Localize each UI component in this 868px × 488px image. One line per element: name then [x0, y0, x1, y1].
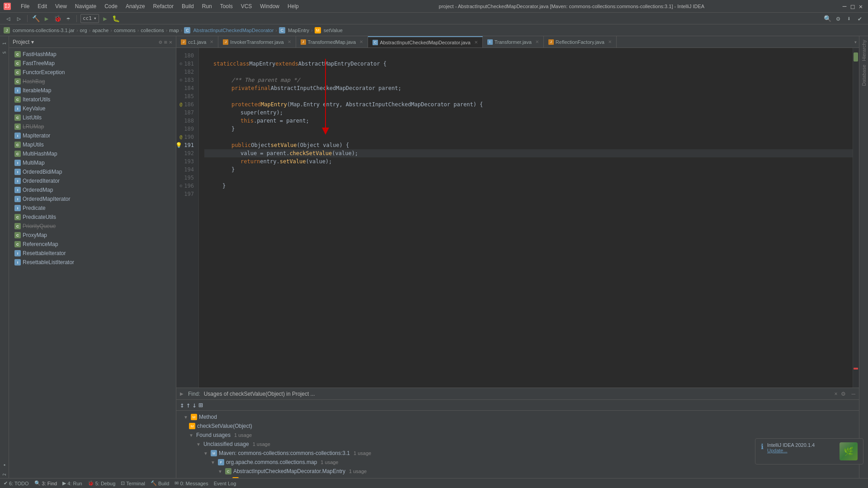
bc-map[interactable]: map [169, 28, 179, 33]
tab-close[interactable]: ✕ [288, 39, 291, 44]
toolbar-debug[interactable]: 🐞 [53, 14, 62, 23]
tree-item-multihashmap[interactable]: C MultiHashMap [9, 149, 176, 158]
bc-commons[interactable]: commons [114, 28, 136, 33]
find-group-method[interactable]: ▼ M Method [176, 412, 859, 422]
tree-item-maputils[interactable]: C MapUtils [9, 140, 176, 149]
left-icon-1[interactable]: 1 [1, 40, 8, 47]
bottom-tab-terminal[interactable]: ⊡ Terminal [121, 480, 145, 486]
toolbar-run[interactable]: ▶ [42, 14, 51, 23]
tree-item-lrumap[interactable]: C LRUMap [9, 122, 176, 131]
tree-item-priorityqueue[interactable]: C PriorityQueue [9, 222, 176, 231]
tab-abstractinput[interactable]: C AbstractInputCheckedMapDecorator.java … [368, 36, 483, 47]
find-minimize[interactable]: ─ [851, 391, 855, 397]
toolbar-debug2[interactable]: 🐛 [112, 14, 121, 23]
right-scrollbar[interactable] [853, 48, 859, 388]
bottom-tab-find[interactable]: 🔍 3: Find [34, 480, 57, 486]
tree-item-predicate[interactable]: I Predicate [9, 204, 176, 213]
notification-update-link[interactable]: Update... [767, 448, 788, 453]
scrollbar-thumb[interactable] [854, 52, 858, 62]
tree-item-mapiterator[interactable]: I MapIterator [9, 131, 176, 140]
menu-window[interactable]: Window [256, 2, 283, 10]
left-icon-2[interactable]: 2 [1, 471, 8, 478]
event-log-btn[interactable]: Event Log [214, 481, 236, 486]
find-expand-btn[interactable]: ⊞ [198, 401, 203, 409]
tree-item-keyvalue[interactable]: I KeyValue [9, 104, 176, 113]
tree-item-resettablelistiterator[interactable]: I ResettableListIterator [9, 258, 176, 267]
toolbar-coverage[interactable]: ☂ [64, 14, 73, 23]
toolbar-search[interactable]: 🔍 [823, 14, 832, 23]
menu-refactor[interactable]: Refactor [150, 2, 177, 10]
tab-close[interactable]: ✕ [359, 39, 363, 44]
bc-mapentry[interactable]: MapEntry [288, 28, 309, 33]
project-title-arrow[interactable]: ▾ [31, 39, 34, 45]
bc-method[interactable]: setValue [324, 28, 343, 33]
tab-close[interactable]: ✕ [608, 39, 612, 44]
tree-item-multimap[interactable]: I MultiMap [9, 158, 176, 167]
tree-item-predicateutils[interactable]: C PredicateUtils [9, 213, 176, 222]
tabs-nav[interactable]: ▾ [852, 36, 859, 47]
bottom-tab-run[interactable]: ▶ 4: Run [62, 480, 82, 486]
tree-item-orderedmap[interactable]: I OrderedMap [9, 185, 176, 194]
project-gear-icon[interactable]: ⚙ [159, 39, 162, 45]
bottom-tab-todo[interactable]: ✔ 6: TODO [4, 480, 29, 486]
menu-tools[interactable]: Tools [217, 2, 236, 10]
tab-transformer[interactable]: I Transformer.java ✕ [483, 36, 544, 47]
tree-item-orderediterator[interactable]: I OrderedIterator [9, 176, 176, 185]
tree-item-fasthashmap[interactable]: C FastHashMap [9, 50, 176, 59]
tree-item-orderedbidimap[interactable]: I OrderedBidiMap [9, 167, 176, 176]
menu-file[interactable]: File [17, 2, 33, 10]
toolbar-vcs-update[interactable]: ⬇ [844, 14, 854, 23]
find-item-checksv[interactable]: M checkSetValue(Object) [176, 422, 859, 431]
menu-help[interactable]: Help [284, 2, 302, 10]
menu-navigate[interactable]: Navigate [71, 2, 100, 10]
bc-collections[interactable]: collections [141, 28, 164, 33]
bottom-tab-build[interactable]: 🔨 Build [151, 480, 169, 486]
find-settings-icon[interactable]: ⚙ [841, 391, 846, 397]
tree-item-resettableiterator[interactable]: I ResettableIterator [9, 249, 176, 258]
tree-item-functorexception[interactable]: C FunctorException [9, 68, 176, 77]
find-next-btn[interactable]: ↓ [192, 401, 197, 409]
tab-transformedmap[interactable]: J TransformedMap.java ✕ [296, 36, 368, 47]
menu-edit[interactable]: Edit [34, 2, 51, 10]
tab-invokertransformer[interactable]: J InvokerTransformer.java ✕ [218, 36, 296, 47]
tree-item-referencemap[interactable]: C ReferenceMap [9, 240, 176, 249]
tree-item-orderedmapiterator[interactable]: I OrderedMapIterator [9, 194, 176, 204]
menu-run[interactable]: Run [198, 2, 216, 10]
left-icon-favorites[interactable]: ★ [1, 462, 8, 469]
menu-view[interactable]: View [52, 2, 71, 10]
tree-item-iteratorutils[interactable]: C IteratorUtils [9, 95, 176, 104]
find-pin-btn[interactable]: ↕ [180, 401, 184, 409]
tree-item-fasttreemap[interactable]: C FastTreeMap [9, 59, 176, 68]
tab-close[interactable]: ✕ [535, 39, 539, 44]
toolbar-build[interactable]: 🔨 [31, 14, 40, 23]
tree-item-listutils[interactable]: C ListUtils [9, 113, 176, 122]
find-expand-arrow[interactable]: ▶ [180, 391, 184, 396]
tab-close[interactable]: ✕ [210, 39, 213, 44]
bc-class[interactable]: AbstractInputCheckedMapDecorator [193, 28, 274, 33]
menu-analyze[interactable]: Analyze [122, 2, 149, 10]
tab-close[interactable]: ✕ [474, 40, 478, 45]
maximize-button[interactable]: □ [849, 3, 856, 10]
toolbar-back[interactable]: ◁ [4, 14, 13, 23]
bc-jar[interactable]: commons-collections-3.1.jar [13, 28, 75, 33]
find-prev-btn[interactable]: ↑ [186, 401, 191, 409]
toolbar-forward[interactable]: ▷ [14, 14, 24, 23]
bc-apache[interactable]: apache [92, 28, 108, 33]
toolbar-vcs-commit[interactable]: ✔ [855, 14, 864, 23]
toolbar-settings[interactable]: ⚙ [834, 14, 843, 23]
run-config-combo[interactable]: cc1 ▾ [80, 14, 99, 23]
tree-item-proxymap[interactable]: C ProxyMap [9, 231, 176, 240]
project-close-icon[interactable]: ✕ [169, 39, 172, 45]
minimize-button[interactable]: ─ [841, 3, 848, 10]
right-sidebar-hierarchy[interactable]: Hierarchy [861, 40, 867, 61]
find-item-class[interactable]: ▼ C AbstractInputCheckedMapDecorator.Map… [176, 467, 859, 476]
tab-cc1[interactable]: J cc1.java ✕ [176, 36, 218, 47]
find-close-button[interactable]: × [834, 391, 837, 397]
tab-reflectionfactory[interactable]: J ReflectionFactory.java ✕ [544, 36, 617, 47]
right-sidebar-database[interactable]: Database [861, 65, 867, 86]
menu-build[interactable]: Build [178, 2, 198, 10]
bottom-tab-debug[interactable]: 🐞 5: Debug [88, 480, 116, 486]
left-icon-structure[interactable]: S [1, 49, 8, 56]
bottom-tab-messages[interactable]: ✉ 0: Messages [175, 480, 208, 486]
toolbar-run2[interactable]: ▶ [101, 14, 110, 23]
